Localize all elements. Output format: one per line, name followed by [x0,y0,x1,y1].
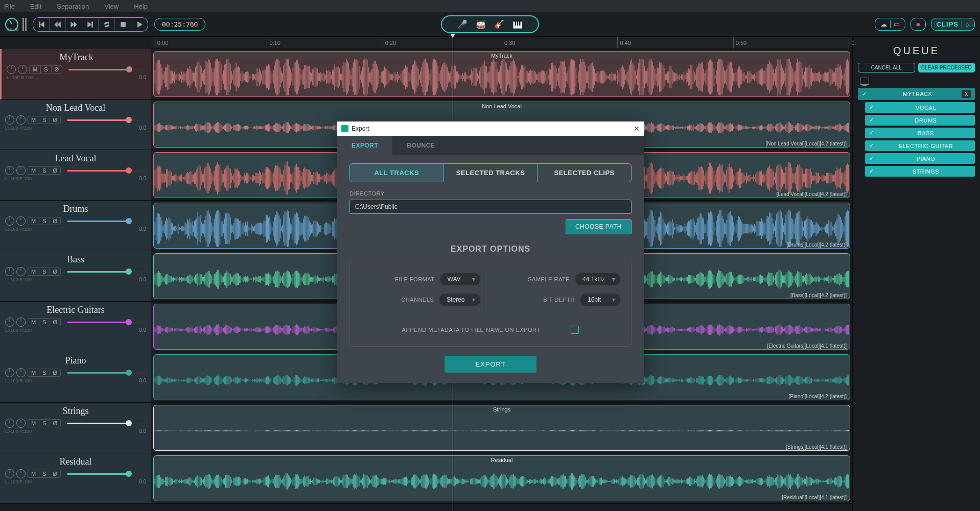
pan-knob[interactable] [5,318,14,327]
phase-button[interactable]: Ø [50,420,61,427]
close-icon[interactable]: ✕ [634,125,640,133]
channels-dropdown[interactable]: Stereo [439,293,480,306]
guitar-icon[interactable]: 🎸 [494,19,504,29]
solo-button[interactable]: S [39,167,50,174]
volume-slider[interactable] [67,119,146,121]
timeline-ruler[interactable]: 0:00 0:10 0:20 0:30 0:40 0:50 1: [151,37,852,49]
instrument-selector[interactable]: 🎤 🥁 🎸 🎹 [441,15,539,33]
solo-button[interactable]: S [39,268,50,275]
skip-start-button[interactable] [33,18,50,31]
solo-button[interactable]: S [39,470,50,477]
audio-clip[interactable]: Strings [Strings][Local][4.1 (latest)] [153,405,850,451]
menu-file[interactable]: File [4,3,15,10]
queue-item[interactable]: ✓ BASS [865,128,975,138]
volume-slider[interactable] [67,271,146,273]
cloud-button[interactable]: ☁ ▭ [875,18,905,31]
pan-knob[interactable] [5,469,14,478]
fast-forward-button[interactable] [66,18,82,31]
track-header[interactable]: Strings M S Ø L:-100 R:100 0.0 [0,403,151,453]
stop-button[interactable] [115,18,131,31]
menu-view[interactable]: View [104,3,119,10]
mute-button[interactable]: M [28,420,39,427]
phase-button[interactable]: Ø [50,319,61,326]
mute-button[interactable]: M [28,369,39,376]
gain-knob[interactable] [16,419,26,428]
bit-depth-dropdown[interactable]: 16bit [580,293,621,306]
track-header[interactable]: Lead Vocal M S Ø L:-100 R:100 0.0 [0,150,151,201]
volume-slider[interactable] [67,221,146,222]
seg-all-tracks[interactable]: ALL TRACKS [350,164,444,182]
mic-icon[interactable]: 🎤 [457,19,468,29]
track-header[interactable]: Residual M S Ø L:-100 R:100 0.0 [0,453,151,504]
mute-button[interactable]: M [30,66,41,73]
directory-input[interactable] [349,200,632,214]
tab-bounce[interactable]: BOUNCE [392,136,449,155]
queue-item[interactable]: ✓ PIANO [865,153,975,164]
queue-item[interactable]: ✓ VOCAL [865,102,975,113]
track-header[interactable]: Drums M S Ø L:-100 R:100 0.0 [0,201,151,251]
master-gain-knob[interactable] [5,18,18,31]
volume-slider[interactable] [67,322,146,323]
track-header[interactable]: Electric Guitars M S Ø L:-100 R:100 0.0 [0,302,151,352]
queue-item-head[interactable]: ✓ MYTRACK X [858,88,975,100]
choose-path-button[interactable]: CHOOSE PATH [566,219,632,234]
volume-slider[interactable] [67,372,146,374]
pan-knob[interactable] [5,166,14,175]
search-icon[interactable]: ⌕ [962,20,969,28]
menu-separation[interactable]: Separation [57,3,89,10]
clear-processed-button[interactable]: CLEAR PROCESSED [918,63,975,72]
mute-button[interactable]: M [28,470,39,477]
pan-knob[interactable] [5,368,14,377]
gain-knob[interactable] [16,368,26,377]
append-metadata-checkbox[interactable] [571,326,579,334]
menu-edit[interactable]: Edit [30,3,41,10]
phase-button[interactable]: Ø [50,116,61,124]
track-lane[interactable]: Residual [Residual][Local][4.1 (latest)] [151,453,852,504]
gain-knob[interactable] [16,216,26,226]
solo-button[interactable]: S [39,319,50,326]
pan-knob[interactable] [5,115,14,125]
pan-knob[interactable] [5,419,14,428]
clips-button[interactable]: CLIPS ⌕ [931,18,975,31]
gain-knob[interactable] [16,267,26,276]
phase-button[interactable]: Ø [50,268,61,275]
track-header[interactable]: Bass M S Ø L:-100 R:100 0.0 [0,251,151,302]
gain-knob[interactable] [16,115,26,125]
track-lane[interactable]: Strings [Strings][Local][4.1 (latest)] [151,403,852,453]
track-lane[interactable]: MyTrack [151,49,852,100]
queue-item[interactable]: ✓ DRUMS [865,115,975,126]
export-button[interactable]: EXPORT [445,356,536,373]
gain-knob[interactable] [16,469,26,478]
queue-item[interactable]: ✓ ELECTRIC-GUITAR [865,140,975,151]
sample-rate-dropdown[interactable]: 44.1kHz [575,273,621,286]
piano-icon[interactable]: 🎹 [512,19,523,29]
file-format-dropdown[interactable]: WAV [440,273,481,286]
track-header[interactable]: MyTrack M S Ø L:-100 R:100 0.0 [0,49,151,100]
solo-button[interactable]: S [41,66,51,73]
audio-clip[interactable]: MyTrack [153,51,850,97]
phase-button[interactable]: Ø [50,369,61,376]
skip-end-button[interactable] [82,18,99,31]
gain-knob[interactable] [16,166,26,175]
track-header[interactable]: Piano M S Ø L:-100 R:100 0.0 [0,352,151,403]
solo-button[interactable]: S [39,369,50,376]
drums-icon[interactable]: 🥁 [476,19,486,29]
seg-selected-tracks[interactable]: SELECTED TRACKS [444,164,538,182]
seg-selected-clips[interactable]: SELECTED CLIPS [538,164,631,182]
play-button[interactable] [131,18,148,31]
timecode-display[interactable]: 00:25:760 [154,18,205,31]
remove-icon[interactable]: X [962,90,971,98]
pan-knob[interactable] [5,267,14,276]
volume-slider[interactable] [67,423,146,424]
phase-button[interactable]: Ø [52,66,62,73]
track-header[interactable]: Non Lead Vocal M S Ø L:-100 R:100 0.0 [0,100,151,150]
dialog-titlebar[interactable]: Export ✕ [337,121,644,136]
tab-export[interactable]: EXPORT [337,136,392,155]
cancel-all-button[interactable]: CANCEL ALL [858,63,915,72]
rewind-button[interactable] [50,18,66,31]
gain-knob[interactable] [18,65,27,74]
volume-slider[interactable] [67,170,146,172]
pan-knob[interactable] [7,65,16,74]
phase-button[interactable]: Ø [50,470,61,477]
solo-button[interactable]: S [39,420,50,427]
